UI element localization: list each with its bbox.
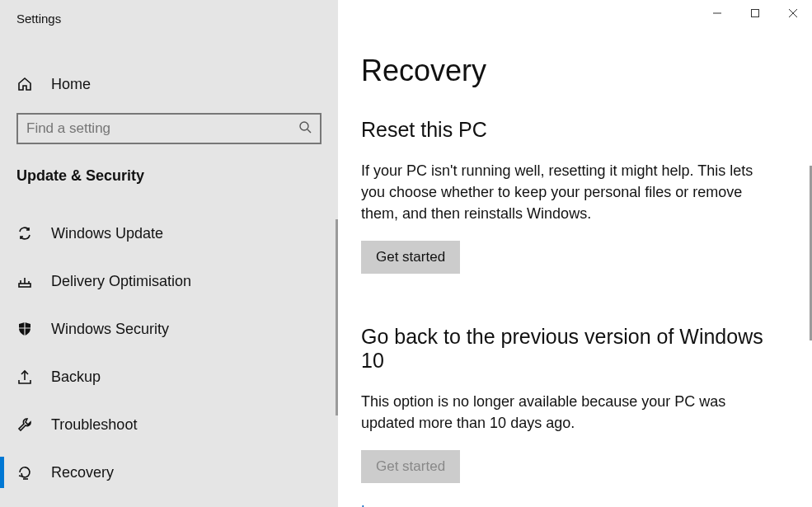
- home-nav-item[interactable]: Home: [0, 67, 338, 101]
- sidebar: Settings Home Update & Security Windows: [0, 0, 338, 507]
- minimize-button[interactable]: [698, 0, 736, 26]
- reset-get-started-button[interactable]: Get started: [361, 241, 460, 274]
- sidebar-item-label: Troubleshoot: [51, 416, 137, 434]
- page-title: Recovery: [361, 54, 779, 88]
- sidebar-item-backup[interactable]: Backup: [0, 353, 338, 401]
- recovery-icon: [16, 464, 33, 481]
- learn-more-link[interactable]: Learn more: [361, 503, 437, 507]
- sidebar-item-label: Delivery Optimisation: [51, 273, 191, 290]
- section-title-goback: Go back to the previous version of Windo…: [361, 325, 779, 373]
- sidebar-nav-list: Windows Update Delivery Optimisation Win…: [0, 209, 338, 496]
- home-icon: [16, 76, 33, 92]
- section-title-reset: Reset this PC: [361, 118, 779, 142]
- svg-rect-2: [752, 10, 759, 17]
- sidebar-item-windows-security[interactable]: Windows Security: [0, 305, 338, 353]
- sidebar-item-troubleshoot[interactable]: Troubleshoot: [0, 401, 338, 448]
- search-icon: [298, 120, 312, 137]
- delivery-icon: [16, 273, 33, 289]
- section-go-back: Go back to the previous version of Windo…: [361, 325, 779, 507]
- section-reset-pc: Reset this PC If your PC isn't running w…: [361, 118, 779, 274]
- sidebar-section-header: Update & Security: [0, 167, 338, 185]
- wrench-icon: [16, 416, 33, 433]
- close-button[interactable]: [774, 0, 812, 26]
- content-inner: Recovery Reset this PC If your PC isn't …: [338, 54, 812, 507]
- window-title: Settings: [0, 0, 338, 26]
- sidebar-item-label: Recovery: [51, 464, 114, 481]
- search-box[interactable]: [16, 113, 322, 144]
- window-controls: [698, 0, 812, 26]
- backup-icon: [16, 369, 33, 385]
- search-input[interactable]: [26, 120, 298, 137]
- content-area: Recovery Reset this PC If your PC isn't …: [338, 0, 812, 507]
- maximize-button[interactable]: [736, 0, 774, 26]
- sidebar-item-recovery[interactable]: Recovery: [0, 448, 338, 496]
- sync-icon: [16, 225, 33, 242]
- shield-icon: [16, 321, 33, 337]
- home-label: Home: [51, 76, 91, 93]
- section-body-goback: This option is no longer available becau…: [361, 391, 777, 434]
- sidebar-item-label: Backup: [51, 369, 101, 386]
- svg-point-0: [300, 122, 308, 130]
- goback-get-started-button: Get started: [361, 450, 460, 483]
- sidebar-item-delivery-optimisation[interactable]: Delivery Optimisation: [0, 257, 338, 305]
- sidebar-item-windows-update[interactable]: Windows Update: [0, 209, 338, 257]
- section-body-reset: If your PC isn't running well, resetting…: [361, 160, 777, 224]
- sidebar-item-label: Windows Security: [51, 321, 169, 338]
- sidebar-item-label: Windows Update: [51, 225, 163, 242]
- svg-rect-1: [19, 284, 31, 287]
